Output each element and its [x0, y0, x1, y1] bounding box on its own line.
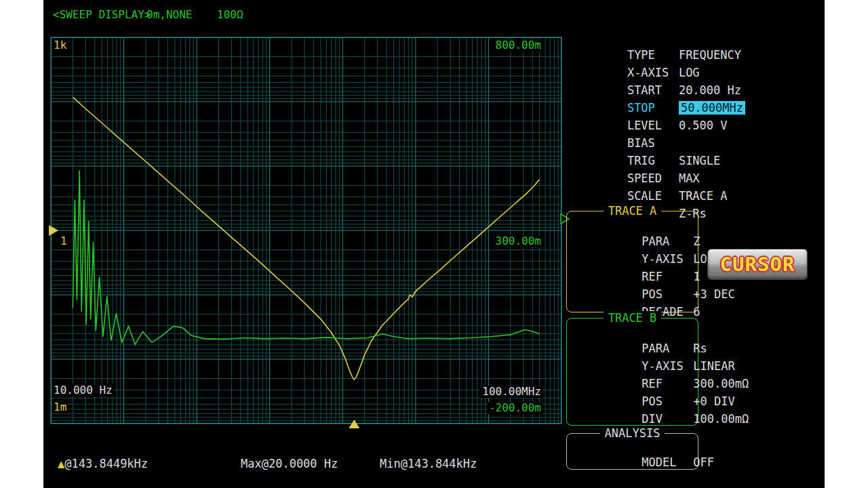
setting-label: SCALE	[627, 189, 679, 203]
trace-a-bottom-scale-label: 1m	[52, 401, 68, 413]
trace-a-value: 6	[693, 305, 700, 319]
trace-b-label: POS	[642, 394, 693, 408]
analysis-value: OFF	[693, 455, 714, 469]
trace-a-label: PARA	[642, 235, 693, 248]
trace-a-ref-label: 1	[59, 235, 68, 247]
trace-a-top-scale-label: 1k	[52, 39, 68, 52]
analysis-panel-title: ANALYSIS	[600, 426, 665, 440]
trace-b-panel: TRACE B PARARs Y-AXISLINEAR REF300.00mΩ …	[566, 318, 698, 426]
setting-value-highlighted: 50.000MHz	[679, 101, 745, 115]
setting-label: TYPE	[627, 48, 679, 62]
analysis-row-model[interactable]: MODELOFF	[572, 442, 714, 460]
setting-label: TRIG	[627, 154, 679, 167]
trace-a-panel-title: TRACE A	[604, 204, 662, 218]
setting-value: TRACE A	[679, 189, 728, 203]
trace-b-ref-scale-label: 300.00m	[494, 235, 542, 247]
setting-value: SINGLE	[679, 154, 720, 167]
trace-b-value: 300.00mΩ	[693, 377, 749, 390]
setting-label: LEVEL	[627, 119, 679, 132]
sweep-plot[interactable]: 1k 800.00m 300.00m 1 10.000 Hz 1m 100.00…	[51, 37, 561, 424]
setting-label: X-AXIS	[627, 66, 679, 79]
instrument-screen: <SWEEP DISPLAY> 0m,NONE 100Ω 1k 800.00m …	[43, 0, 825, 488]
cursor-button[interactable]: CURSOR	[707, 249, 808, 280]
sweep-settings-panel: TYPEFREQUENCY X-AXISLOG START20.000 Hz S…	[572, 35, 741, 211]
setting-label: SPEED	[627, 171, 679, 185]
trace-b-bottom-scale-label: -200.00m	[488, 402, 542, 414]
setting-value: 20.000 Hz	[679, 83, 741, 97]
setting-value: FREQUENCY	[679, 48, 741, 62]
trace-b-label: REF	[642, 377, 693, 390]
analysis-label: MODEL	[642, 455, 693, 469]
setting-row-type[interactable]: TYPEFREQUENCY	[572, 35, 741, 52]
trace-b-label: DIV	[642, 412, 693, 426]
trace-b-top-scale-label: 800.00m	[494, 39, 542, 52]
trace-a-ref-marker-icon[interactable]	[49, 225, 58, 236]
readout-cursor-column: ▲@143.8449kHz Z4.8504m Rs4.8389m	[58, 426, 148, 488]
trace-a-value: 1	[693, 270, 700, 283]
x-axis-max-label: 100.00MHz	[481, 386, 542, 398]
x-axis-min-label: 10.000 Hz	[52, 384, 114, 396]
analysis-panel: ANALYSIS MODELOFF	[566, 433, 698, 470]
readout-max-column: Max@20.0000 Hz 117.04 107.92	[241, 426, 338, 488]
sweep-plot-svg[interactable]	[51, 37, 561, 424]
readout-min-column: Min@143.844kHz 4.8504m 4.8389m	[380, 426, 477, 488]
max-readout-header: Max@20.0000 Hz	[241, 456, 338, 471]
trace-a-panel: TRACE A PARAZ Y-AXISLOG REF1 POS+3 DEC D…	[566, 211, 698, 312]
cursor-readout-header: ▲@143.8449kHz	[58, 456, 148, 471]
setting-value: MAX	[679, 171, 700, 185]
setting-label: START	[627, 83, 679, 97]
trace-z-line	[73, 97, 539, 380]
trace-b-panel-title: TRACE B	[604, 311, 662, 325]
trace-b-value: +0 DIV	[693, 394, 734, 408]
trace-a-label: Y-AXIS	[642, 252, 693, 266]
setting-label: BIAS	[627, 136, 679, 150]
statusbar-range-info: 0m,NONE	[146, 8, 192, 21]
trace-a-row-para[interactable]: PARAZ	[572, 221, 735, 239]
trace-a-label: REF	[642, 270, 693, 283]
trace-b-value: LINEAR	[693, 359, 734, 373]
trace-b-label: PARA	[642, 342, 693, 355]
trace-b-value: 100.00mΩ	[693, 412, 749, 426]
trace-a-value: Z	[693, 235, 700, 248]
cursor-triangle-icon: ▲	[58, 457, 64, 470]
sweep-display-page: <SWEEP DISPLAY> 0m,NONE 100Ω 1k 800.00m …	[0, 0, 868, 488]
min-readout-header: Min@143.844kHz	[380, 456, 477, 471]
setting-value: LOG	[679, 66, 700, 79]
setting-label: STOP	[627, 101, 679, 115]
trace-b-value: Rs	[693, 342, 707, 355]
statusbar-title: <SWEEP DISPLAY>	[53, 8, 151, 21]
statusbar-impedance-range: 100Ω	[217, 8, 243, 21]
cursor-frequency: @143.8449kHz	[64, 457, 148, 470]
trace-a-value: +3 DEC	[693, 287, 734, 301]
trace-b-label: Y-AXIS	[642, 359, 693, 373]
trace-b-row-para[interactable]: PARARs	[572, 328, 749, 346]
trace-a-label: POS	[642, 287, 693, 301]
setting-value: 0.500 V	[679, 119, 728, 132]
